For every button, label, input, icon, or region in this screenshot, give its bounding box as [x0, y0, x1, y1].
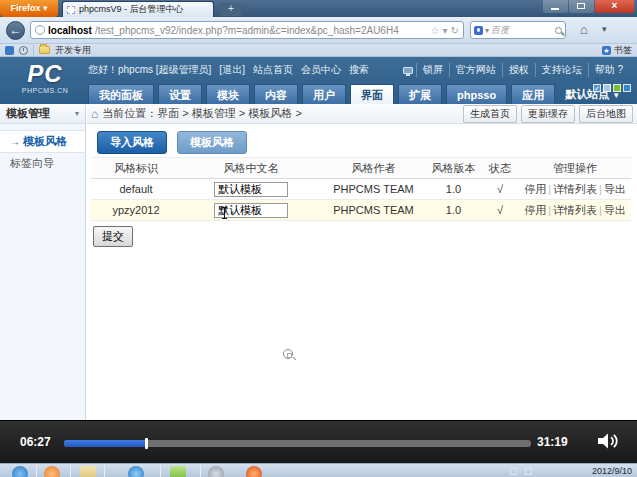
search-icon[interactable] [555, 27, 562, 34]
official-site-link[interactable]: 官方网站 [449, 63, 502, 77]
bookmarks-panel-label[interactable]: 书签 [614, 44, 632, 57]
divider [33, 45, 34, 55]
style-name-input[interactable] [214, 182, 288, 197]
new-tab-button[interactable]: + [220, 3, 242, 16]
submit-button[interactable]: 提交 [93, 226, 133, 247]
collapse-icon[interactable]: ▾ [75, 109, 79, 118]
update-cache-button[interactable]: 更新缓存 [521, 105, 575, 123]
nav-tab-modules[interactable]: 模块 [206, 84, 250, 104]
sidebar-header: 模板管理 [6, 106, 50, 121]
taskbar-app-icon [208, 466, 224, 477]
browser-titlebar: Firefox ▾ phpcmsV9 - 后台管理中心 + × [0, 0, 637, 17]
search-placeholder: 百度 [491, 24, 553, 37]
panel-icon[interactable] [5, 46, 14, 55]
divider: | [597, 204, 604, 216]
volume-icon[interactable] [596, 431, 620, 455]
admin-map-button[interactable]: 后台地图 [579, 105, 633, 123]
nav-tab-apps[interactable]: 应用 [511, 84, 555, 104]
export-link[interactable]: 导出 [604, 183, 626, 195]
lock-screen-link[interactable]: 锁屏 [416, 63, 449, 77]
back-button[interactable]: ← [6, 21, 25, 40]
taskbar-app-icon [12, 466, 28, 477]
browser-tab[interactable]: phpcmsV9 - 后台管理中心 [62, 1, 214, 17]
progress-bar[interactable] [64, 440, 531, 447]
home-icon[interactable]: ⌂ [580, 22, 588, 37]
playhead-handle[interactable] [145, 438, 148, 449]
firefox-menu-button[interactable]: Firefox ▾ [0, 0, 58, 17]
nav-tab-extend[interactable]: 扩展 [398, 84, 442, 104]
video-player-bar: 06:27 31:19 [0, 420, 637, 463]
admin-nav: 我的面板 设置 模块 内容 用户 界面 扩展 phpsso 应用 默认站点 ▼ [88, 84, 620, 104]
nav-tab-settings[interactable]: 设置 [158, 84, 202, 104]
search-engine-caret[interactable]: ▾ [485, 26, 489, 35]
divider: | [546, 204, 553, 216]
bookmark-star-icon[interactable]: ☆ [431, 25, 440, 36]
col-style-id: 风格标识 [91, 158, 181, 179]
generate-home-button[interactable]: 生成首页 [463, 105, 517, 123]
template-style-button[interactable]: 模板风格 [177, 131, 247, 154]
minimize-button[interactable] [543, 0, 568, 13]
disable-link[interactable]: 停用 [524, 204, 546, 216]
sidebar-item-template-style[interactable]: → 模板风格 [0, 130, 85, 153]
url-path: /test_phpcms_v92/index.php?m=admin&c=ind… [95, 25, 428, 36]
current-time: 06:27 [20, 435, 51, 449]
nav-tab-interface[interactable]: 界面 [350, 84, 394, 104]
skin-swatch[interactable] [613, 84, 621, 92]
divider [36, 465, 37, 477]
nav-tab-users[interactable]: 用户 [302, 84, 346, 104]
nav-tab-panel[interactable]: 我的面板 [88, 84, 154, 104]
bookmark-folder-label[interactable]: 开发专用 [55, 44, 91, 57]
bookmarks-bar: 开发专用 ★ 书签 [0, 44, 637, 57]
search-box[interactable]: ▾ 百度 [470, 21, 566, 39]
progress-fill [64, 440, 146, 447]
url-bar[interactable]: localhost /test_phpcms_v92/index.php?m=a… [30, 21, 464, 39]
taskbar-date: 2012/9/10 [592, 466, 632, 476]
detail-list-link[interactable]: 详情列表 [553, 183, 597, 195]
close-button[interactable]: × [595, 0, 634, 13]
site-home-link[interactable]: 站点首页 [253, 63, 293, 77]
skin-swatch-active[interactable]: ✓ [593, 84, 601, 92]
member-center-link[interactable]: 会员中心 [301, 63, 341, 77]
col-style-name: 风格中文名 [181, 158, 321, 179]
skin-swatch[interactable] [623, 84, 631, 92]
reload-icon[interactable]: ↻ [451, 25, 459, 36]
support-forum-link[interactable]: 支持论坛 [535, 63, 588, 77]
disable-link[interactable]: 停用 [524, 183, 546, 195]
search-link[interactable]: 搜索 [349, 63, 369, 77]
sidebar: 模板管理 ▾ → 模板风格 标签向导 [0, 104, 86, 420]
divider [70, 465, 71, 477]
search-engine-icon[interactable] [474, 26, 483, 35]
total-time: 31:19 [537, 435, 568, 449]
col-status: 状态 [481, 158, 519, 179]
main-panel: ⌂ 当前位置：界面 > 模板管理 > 模板风格 > 生成首页 更新缓存 后台地图… [87, 104, 637, 420]
license-link[interactable]: 授权 [502, 63, 535, 77]
tab-title: phpcmsV9 - 后台管理中心 [79, 3, 184, 16]
skin-swatch[interactable] [603, 84, 611, 92]
maximize-button[interactable] [569, 0, 594, 13]
nav-tab-content[interactable]: 内容 [254, 84, 298, 104]
logout-link[interactable]: [退出] [219, 63, 245, 77]
style-table: 风格标识 风格中文名 风格作者 风格版本 状态 管理操作 default PHP… [91, 157, 631, 221]
divider: | [597, 183, 604, 195]
status-check: √ [481, 179, 519, 200]
nav-tab-phpsso[interactable]: phpsso [446, 84, 507, 104]
toolbar-overflow-icon[interactable]: ▾ [602, 24, 607, 34]
history-icon[interactable] [19, 46, 28, 55]
export-link[interactable]: 导出 [604, 204, 626, 216]
logo-domain: PHPCMS.CN [10, 87, 80, 94]
divider [160, 465, 161, 477]
help-link[interactable]: 帮助 ? [588, 63, 629, 77]
divider [200, 465, 201, 477]
bookmarks-panel-icon[interactable]: ★ [602, 46, 611, 55]
table-row: default PHPCMS TEAM 1.0 √ 停用|详情列表|导出 [91, 179, 631, 200]
col-actions: 管理操作 [519, 158, 631, 179]
divider [104, 465, 105, 477]
import-style-button[interactable]: 导入风格 [97, 131, 167, 154]
sidebar-item-tag-wizard[interactable]: 标签向导 [0, 153, 85, 174]
breadcrumb-bar: ⌂ 当前位置：界面 > 模板管理 > 模板风格 > 生成首页 更新缓存 后台地图 [87, 104, 637, 124]
taskbar-app-icon [246, 466, 262, 477]
admin-content: 模板管理 ▾ → 模板风格 标签向导 ⌂ 当前位置：界面 > 模板管理 > 模板… [0, 104, 637, 420]
style-author: PHPCMS TEAM [321, 179, 426, 200]
urlbar-dropdown-icon[interactable]: ▾ [443, 25, 448, 36]
detail-list-link[interactable]: 详情列表 [553, 204, 597, 216]
